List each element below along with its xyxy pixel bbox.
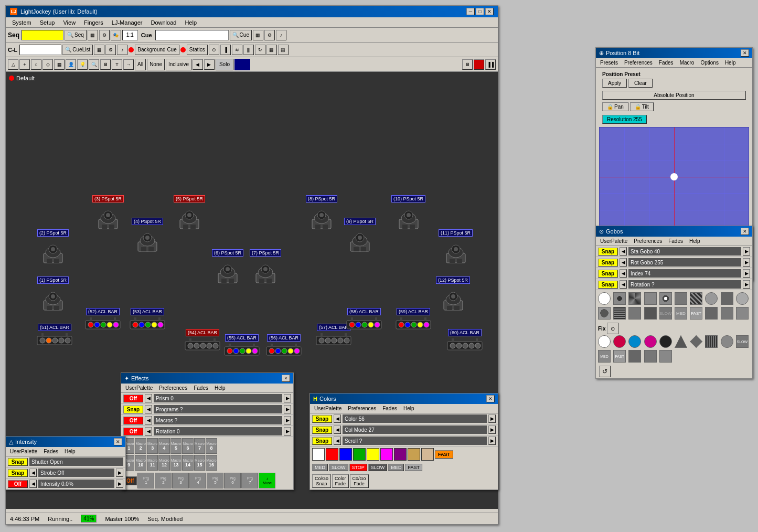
swatch-gold[interactable] <box>408 448 420 461</box>
position-grid[interactable] <box>599 127 749 227</box>
pos-menu-presets[interactable]: Presets <box>597 59 621 66</box>
effects-close-button[interactable]: × <box>282 375 290 382</box>
gobos-snap-3[interactable]: Snap <box>598 270 618 278</box>
int-menu-help[interactable]: Help <box>61 448 79 455</box>
macro-cell-15[interactable]: Macro15 <box>194 455 205 471</box>
gobo-cell-18[interactable] <box>705 307 718 320</box>
col-arrow-left-3[interactable]: ◀ <box>334 437 341 445</box>
pos-resolution-button[interactable]: Resolution 255 <box>602 115 647 124</box>
gobo-cell-33[interactable] <box>628 350 641 363</box>
arrow-icon[interactable]: → <box>123 59 134 70</box>
gobos-arrow-right-2[interactable]: ▶ <box>743 258 750 267</box>
menu-lj-manager[interactable]: LJ-Manager <box>108 18 147 27</box>
plus-icon[interactable]: + <box>19 59 30 70</box>
gobo-cell-12[interactable] <box>613 307 626 320</box>
fixture-11[interactable]: (11) PSpot 5R <box>439 229 473 265</box>
int-arrow-left-3[interactable]: ◀ <box>29 480 37 488</box>
menu-view[interactable]: View <box>59 18 80 27</box>
col-snap-1[interactable]: Snap <box>312 415 332 423</box>
eff-arrow-left-1[interactable]: ◀ <box>145 394 152 402</box>
fixture-55[interactable]: (55) ACL BAR <box>223 334 260 357</box>
menu-system[interactable]: System <box>8 18 36 27</box>
col-arrow-left-1[interactable]: ◀ <box>334 414 341 423</box>
col-fast-btn-gray[interactable]: FAST <box>405 464 422 471</box>
macro-cell-5[interactable]: Macro5 <box>170 438 182 454</box>
cue-input[interactable] <box>155 30 229 40</box>
col-stop-btn[interactable]: STOP <box>349 464 367 471</box>
gobo-cell-31[interactable]: MED <box>598 350 611 363</box>
prev-icon[interactable]: ◀ <box>193 59 203 70</box>
int-off[interactable]: Off <box>8 480 28 488</box>
grid-icon-1[interactable]: ▦ <box>88 30 98 40</box>
menu-help[interactable]: Help <box>180 18 201 27</box>
gobo-cell-1[interactable] <box>598 292 611 305</box>
cl-music-icon[interactable]: ♪ <box>117 45 127 55</box>
tri-icon[interactable]: △ <box>8 59 18 70</box>
col-fast-button[interactable]: FAST <box>435 450 453 459</box>
gobo-cell-22[interactable] <box>613 335 626 348</box>
display-icon[interactable]: 🖥 <box>100 59 111 70</box>
macro-cell-10[interactable]: Macro10 <box>135 455 146 471</box>
eff-arrow-left-4[interactable]: ◀ <box>145 427 152 435</box>
ref-icon[interactable]: ↻ <box>255 45 265 55</box>
text-icon[interactable]: T <box>112 59 122 70</box>
gobo-cell-14[interactable] <box>644 307 657 320</box>
swatch-white[interactable] <box>312 448 325 461</box>
gobos-menu-preferences[interactable]: Preferences <box>631 238 665 244</box>
pos-menu-options[interactable]: Options <box>697 59 721 66</box>
col-slow-btn-1[interactable]: SLOW <box>329 464 348 471</box>
int-arrow-right-3[interactable]: ▶ <box>116 480 123 488</box>
eff-menu-userpalette[interactable]: UserPalette <box>122 385 156 391</box>
gobos-close-button[interactable]: ✕ <box>741 228 749 235</box>
search-icon[interactable]: 🔍 <box>89 59 99 70</box>
fixture-51[interactable]: (51) ACL BAR <box>36 324 73 347</box>
int-arrow-left-2[interactable]: ◀ <box>29 469 37 477</box>
statics-button[interactable]: Statics <box>187 45 208 55</box>
fixture-10[interactable]: (10) PSpot 5R <box>391 195 425 231</box>
prg-7[interactable]: Prg7 <box>241 473 258 488</box>
eff-btn-3[interactable]: Off <box>123 417 143 424</box>
fixture-9[interactable]: (9) PSpot 5R <box>344 218 376 253</box>
macro-cell-2[interactable]: Macro2 <box>135 438 146 454</box>
macro-cell-12[interactable]: Macro12 <box>158 455 169 471</box>
fixture-60[interactable]: (60) ACL BAR <box>446 329 483 352</box>
gobo-cell-32[interactable]: FAST <box>613 350 626 363</box>
next-icon[interactable]: ▶ <box>204 59 215 70</box>
macro-cell-7[interactable]: Macro7 <box>194 438 205 454</box>
gobo-cell-13[interactable] <box>628 307 641 320</box>
col-arrow-right-1[interactable]: ▶ <box>488 414 496 423</box>
cogo-snap-button[interactable]: Co/Go Snap <box>312 474 331 488</box>
eff-arrow-right-1[interactable]: ▶ <box>284 394 291 402</box>
fixture-54[interactable]: (54) ACL BAR <box>184 329 221 352</box>
col-arrow-left-2[interactable]: ◀ <box>334 425 341 434</box>
gobo-cell-8[interactable] <box>705 292 718 305</box>
gobo-cell-23[interactable] <box>628 335 641 348</box>
macro-cell-4[interactable]: Macro4 <box>158 438 169 454</box>
gobos-refresh-button[interactable]: ↺ <box>599 366 611 377</box>
gobo-cell-27[interactable] <box>690 335 702 348</box>
gobo-cell-20[interactable] <box>736 307 749 320</box>
eff-arrow-right-4[interactable]: ▶ <box>284 427 291 435</box>
col-menu-fades[interactable]: Fades <box>379 405 400 412</box>
swatch-skin[interactable] <box>421 448 434 461</box>
fixture-4[interactable]: (4) PSpot 5R <box>132 218 163 253</box>
fixture-1[interactable]: (1) PSpot 5R <box>37 276 69 312</box>
grid-icon-2[interactable]: ▦ <box>253 30 263 40</box>
minimize-button[interactable]: ─ <box>466 8 475 15</box>
diamond-icon[interactable]: ◇ <box>42 59 53 70</box>
wave-icon[interactable]: ≋ <box>232 45 242 55</box>
prg-5[interactable]: Prg5 <box>207 473 223 488</box>
gobos-arrow-left-4[interactable]: ◀ <box>620 280 627 289</box>
bar-icon-1[interactable]: ▐ <box>220 45 231 55</box>
fixture-58[interactable]: (58) ACL BAR <box>346 308 382 331</box>
macro-cell-11[interactable]: Macro11 <box>147 455 158 471</box>
seq-button[interactable]: 🔍 Seq <box>65 30 87 40</box>
eff-menu-help[interactable]: Help <box>211 385 229 391</box>
eff-btn-2[interactable]: Snap <box>123 406 143 413</box>
inclusive-button[interactable]: Inclusive <box>166 59 191 70</box>
film-icon[interactable]: ▤ <box>278 45 289 55</box>
eff-arrow-left-3[interactable]: ◀ <box>145 416 152 424</box>
prg-6[interactable]: Prg6 <box>224 473 241 488</box>
eff-btn-4[interactable]: Off <box>123 428 143 435</box>
gobo-cell-15[interactable]: SLOW <box>659 307 672 320</box>
